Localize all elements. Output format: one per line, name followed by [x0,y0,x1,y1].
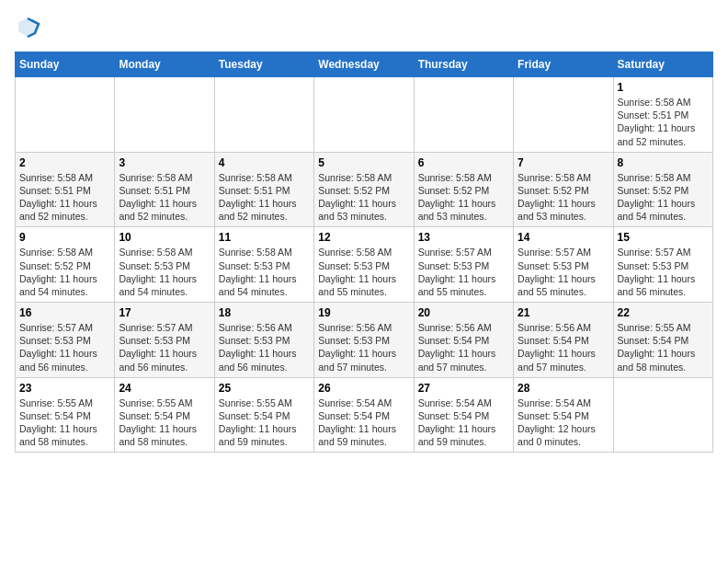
day-number: 15 [618,231,709,244]
day-info: Sunrise: 5:58 AM Sunset: 5:51 PM Dayligh… [119,171,210,224]
day-info: Sunrise: 5:57 AM Sunset: 5:53 PM Dayligh… [518,246,609,298]
logo [15,15,44,40]
calendar-cell: 21Sunrise: 5:56 AM Sunset: 5:54 PM Dayli… [514,303,613,378]
day-info: Sunrise: 5:58 AM Sunset: 5:53 PM Dayligh… [219,246,310,298]
page-header [15,15,713,40]
day-info: Sunrise: 5:55 AM Sunset: 5:54 PM Dayligh… [119,396,210,449]
calendar-cell: 23Sunrise: 5:55 AM Sunset: 5:54 PM Dayli… [16,377,115,453]
calendar-cell: 4Sunrise: 5:58 AM Sunset: 5:51 PM Daylig… [214,152,313,227]
day-number: 24 [119,382,210,395]
day-info: Sunrise: 5:56 AM Sunset: 5:54 PM Dayligh… [418,321,509,373]
day-info: Sunrise: 5:54 AM Sunset: 5:54 PM Dayligh… [318,396,409,449]
day-info: Sunrise: 5:58 AM Sunset: 5:52 PM Dayligh… [618,171,709,224]
calendar-week-row: 9Sunrise: 5:58 AM Sunset: 5:52 PM Daylig… [16,227,713,303]
calendar-cell: 16Sunrise: 5:57 AM Sunset: 5:53 PM Dayli… [16,303,115,378]
calendar-cell: 2Sunrise: 5:58 AM Sunset: 5:51 PM Daylig… [16,152,115,227]
calendar-header-monday: Monday [115,52,214,77]
day-number: 3 [119,156,210,169]
day-number: 18 [219,306,310,319]
day-number: 26 [318,382,409,395]
day-info: Sunrise: 5:58 AM Sunset: 5:52 PM Dayligh… [318,171,409,224]
day-info: Sunrise: 5:57 AM Sunset: 5:53 PM Dayligh… [19,321,110,373]
day-number: 5 [318,156,409,169]
calendar-cell: 1Sunrise: 5:58 AM Sunset: 5:51 PM Daylig… [613,77,712,153]
calendar-header-row: SundayMondayTuesdayWednesdayThursdayFrid… [16,52,713,77]
day-number: 17 [119,306,210,319]
day-info: Sunrise: 5:55 AM Sunset: 5:54 PM Dayligh… [618,321,709,373]
logo-icon [15,15,40,40]
day-info: Sunrise: 5:56 AM Sunset: 5:54 PM Dayligh… [518,321,609,373]
day-info: Sunrise: 5:58 AM Sunset: 5:52 PM Dayligh… [19,246,110,298]
calendar-cell: 5Sunrise: 5:58 AM Sunset: 5:52 PM Daylig… [314,152,414,227]
day-number: 16 [19,306,110,319]
day-info: Sunrise: 5:56 AM Sunset: 5:53 PM Dayligh… [318,321,409,373]
day-info: Sunrise: 5:57 AM Sunset: 5:53 PM Dayligh… [418,246,509,298]
day-number: 6 [418,156,509,169]
day-info: Sunrise: 5:55 AM Sunset: 5:54 PM Dayligh… [219,396,310,449]
day-number: 20 [418,306,509,319]
calendar-cell [214,77,313,153]
day-number: 27 [418,382,509,395]
calendar-cell: 7Sunrise: 5:58 AM Sunset: 5:52 PM Daylig… [514,152,613,227]
day-number: 7 [518,156,609,169]
day-number: 11 [219,231,310,244]
day-number: 13 [418,231,509,244]
calendar-cell [613,377,712,453]
day-info: Sunrise: 5:58 AM Sunset: 5:51 PM Dayligh… [219,171,310,224]
calendar-table: SundayMondayTuesdayWednesdayThursdayFrid… [15,52,713,453]
calendar-cell [514,77,613,153]
calendar-cell: 6Sunrise: 5:58 AM Sunset: 5:52 PM Daylig… [414,152,513,227]
calendar-header-thursday: Thursday [414,52,513,77]
calendar-cell: 12Sunrise: 5:58 AM Sunset: 5:53 PM Dayli… [314,227,414,303]
calendar-cell: 11Sunrise: 5:58 AM Sunset: 5:53 PM Dayli… [214,227,313,303]
day-number: 12 [318,231,409,244]
day-info: Sunrise: 5:57 AM Sunset: 5:53 PM Dayligh… [618,246,709,298]
day-info: Sunrise: 5:58 AM Sunset: 5:52 PM Dayligh… [518,171,609,224]
calendar-cell: 20Sunrise: 5:56 AM Sunset: 5:54 PM Dayli… [414,303,513,378]
calendar-cell [115,77,214,153]
day-info: Sunrise: 5:58 AM Sunset: 5:53 PM Dayligh… [318,246,409,298]
calendar-week-row: 1Sunrise: 5:58 AM Sunset: 5:51 PM Daylig… [16,77,713,153]
calendar-cell: 18Sunrise: 5:56 AM Sunset: 5:53 PM Dayli… [214,303,313,378]
calendar-cell: 10Sunrise: 5:58 AM Sunset: 5:53 PM Dayli… [115,227,214,303]
day-number: 23 [19,382,110,395]
calendar-header-friday: Friday [514,52,613,77]
day-info: Sunrise: 5:58 AM Sunset: 5:53 PM Dayligh… [119,246,210,298]
calendar-cell: 25Sunrise: 5:55 AM Sunset: 5:54 PM Dayli… [214,377,313,453]
calendar-cell: 19Sunrise: 5:56 AM Sunset: 5:53 PM Dayli… [314,303,414,378]
day-number: 21 [518,306,609,319]
calendar-cell: 9Sunrise: 5:58 AM Sunset: 5:52 PM Daylig… [16,227,115,303]
calendar-header-wednesday: Wednesday [314,52,414,77]
day-number: 14 [518,231,609,244]
calendar-header-saturday: Saturday [613,52,712,77]
day-number: 4 [219,156,310,169]
calendar-cell: 24Sunrise: 5:55 AM Sunset: 5:54 PM Dayli… [115,377,214,453]
calendar-week-row: 16Sunrise: 5:57 AM Sunset: 5:53 PM Dayli… [16,303,713,378]
calendar-header-sunday: Sunday [16,52,115,77]
day-number: 9 [19,231,110,244]
day-info: Sunrise: 5:58 AM Sunset: 5:52 PM Dayligh… [418,171,509,224]
calendar-cell: 28Sunrise: 5:54 AM Sunset: 5:54 PM Dayli… [514,377,613,453]
calendar-cell [16,77,115,153]
day-info: Sunrise: 5:56 AM Sunset: 5:53 PM Dayligh… [219,321,310,373]
calendar-week-row: 2Sunrise: 5:58 AM Sunset: 5:51 PM Daylig… [16,152,713,227]
calendar-week-row: 23Sunrise: 5:55 AM Sunset: 5:54 PM Dayli… [16,377,713,453]
day-number: 1 [618,81,709,94]
calendar-cell: 14Sunrise: 5:57 AM Sunset: 5:53 PM Dayli… [514,227,613,303]
calendar-cell: 17Sunrise: 5:57 AM Sunset: 5:53 PM Dayli… [115,303,214,378]
day-number: 22 [618,306,709,319]
day-number: 19 [318,306,409,319]
calendar-header-tuesday: Tuesday [214,52,313,77]
day-number: 2 [19,156,110,169]
calendar-cell: 3Sunrise: 5:58 AM Sunset: 5:51 PM Daylig… [115,152,214,227]
day-info: Sunrise: 5:54 AM Sunset: 5:54 PM Dayligh… [518,396,609,449]
day-number: 10 [119,231,210,244]
calendar-cell: 27Sunrise: 5:54 AM Sunset: 5:54 PM Dayli… [414,377,513,453]
day-number: 25 [219,382,310,395]
day-info: Sunrise: 5:58 AM Sunset: 5:51 PM Dayligh… [618,96,709,148]
day-info: Sunrise: 5:57 AM Sunset: 5:53 PM Dayligh… [119,321,210,373]
calendar-cell: 26Sunrise: 5:54 AM Sunset: 5:54 PM Dayli… [314,377,414,453]
calendar-cell [314,77,414,153]
calendar-cell: 8Sunrise: 5:58 AM Sunset: 5:52 PM Daylig… [613,152,712,227]
day-number: 8 [618,156,709,169]
